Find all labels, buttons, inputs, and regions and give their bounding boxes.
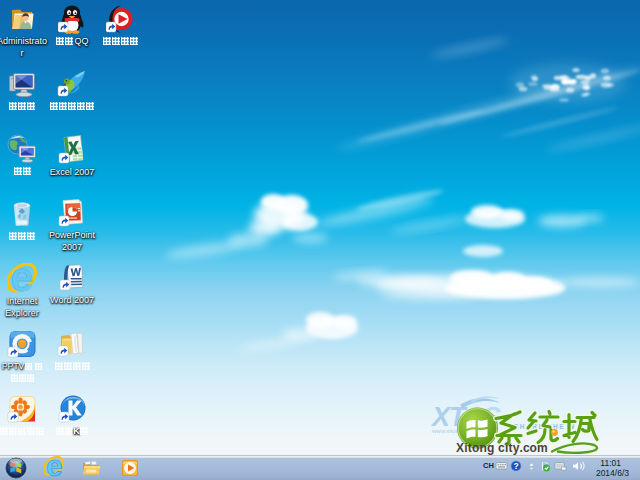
svg-text:e: e xyxy=(46,456,62,478)
svg-text:e: e xyxy=(10,263,33,294)
svg-text:?: ? xyxy=(513,461,518,471)
